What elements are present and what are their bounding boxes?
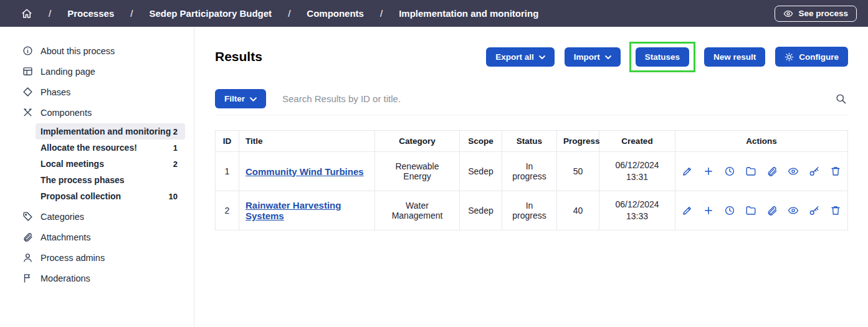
- filter-button[interactable]: Filter: [215, 89, 266, 108]
- sidebar-item-allocate-the-resources[interactable]: Allocate the resources! 1: [36, 140, 185, 156]
- sidebar-item-label: Process admins: [41, 253, 105, 263]
- tools-icon: [22, 107, 33, 118]
- sidebar-item-moderations[interactable]: Moderations: [22, 268, 185, 288]
- permissions-icon[interactable]: [805, 205, 824, 216]
- created-date: 06/12/2024: [606, 199, 669, 211]
- permissions-icon[interactable]: [805, 166, 824, 177]
- result-scope-cell: Sedep: [460, 191, 502, 230]
- history-icon[interactable]: [720, 205, 739, 216]
- sidebar-item-label: Attachments: [41, 232, 91, 242]
- sidebar-item-proposal-collection[interactable]: Proposal collection 10: [36, 188, 185, 204]
- sidebar-item-categories[interactable]: Categories: [22, 206, 185, 227]
- results-toolbar: Export all Import Statuses New result: [486, 47, 848, 67]
- table-row: 2 Rainwater Harvesting Systems Water Man…: [216, 191, 848, 230]
- results-table-body: 1 Community Wind Turbines Renewable Ener…: [216, 152, 848, 230]
- topbar: / Processes / Sedep Participatory Budget…: [0, 0, 868, 27]
- sidebar-item-process-admins[interactable]: Process admins: [22, 247, 185, 268]
- statuses-label: Statuses: [645, 52, 680, 62]
- person-icon: [22, 252, 33, 263]
- export-all-label: Export all: [495, 52, 534, 62]
- paperclip-icon: [22, 232, 33, 242]
- diamond-icon: [22, 87, 33, 97]
- result-title-link[interactable]: Community Wind Turbines: [246, 166, 364, 177]
- sidebar-item-components[interactable]: Components: [22, 102, 185, 123]
- result-title-link[interactable]: Rainwater Harvesting Systems: [246, 200, 341, 221]
- result-title-cell: Community Wind Turbines: [239, 152, 375, 191]
- folder-icon[interactable]: [742, 166, 760, 177]
- sidebar-item-local-meetings[interactable]: Local meetings 2: [36, 156, 185, 172]
- delete-icon[interactable]: [826, 166, 845, 177]
- header-category: Category: [375, 131, 460, 152]
- breadcrumb-process-name[interactable]: Sedep Participatory Budget: [149, 8, 272, 19]
- history-icon[interactable]: [720, 166, 739, 177]
- header-title: Title: [239, 131, 375, 152]
- new-result-button[interactable]: New result: [704, 47, 765, 67]
- chevron-down-icon: [539, 55, 545, 59]
- flag-icon: [22, 273, 33, 283]
- attachment-icon[interactable]: [763, 205, 781, 216]
- header-progress: Progress: [557, 131, 599, 152]
- layout-icon: [22, 66, 33, 77]
- breadcrumb: / Processes / Sedep Participatory Budget…: [21, 8, 538, 19]
- header-scope: Scope: [460, 131, 502, 152]
- result-created-cell: 06/12/2024 13:33: [599, 191, 675, 230]
- edit-icon[interactable]: [678, 205, 697, 216]
- table-header-row: ID Title Category Scope Status Progress …: [216, 131, 848, 152]
- preview-icon[interactable]: [784, 166, 803, 177]
- folder-icon[interactable]: [742, 205, 760, 216]
- gear-icon: [785, 52, 794, 62]
- sidebar-item-about[interactable]: About this process: [22, 40, 185, 61]
- table-row: 1 Community Wind Turbines Renewable Ener…: [216, 152, 848, 191]
- info-icon: [22, 45, 33, 56]
- sub-item-label: The process phases: [41, 175, 125, 185]
- sub-item-label: Allocate the resources!: [41, 143, 137, 153]
- components-sub-list: Implementation and monitoring 2 Allocate…: [22, 123, 185, 204]
- main-content: Results Export all Import Statuses New r…: [194, 27, 868, 327]
- chevron-down-icon: [250, 97, 257, 102]
- configure-label: Configure: [799, 52, 839, 62]
- created-time: 13:33: [606, 211, 669, 222]
- breadcrumb-separator: /: [130, 8, 133, 19]
- see-process-button[interactable]: See process: [775, 6, 857, 22]
- breadcrumb-separator: /: [288, 8, 290, 19]
- search-input[interactable]: [282, 93, 818, 104]
- breadcrumb-separator: /: [380, 8, 383, 19]
- add-icon[interactable]: [699, 205, 718, 216]
- sidebar-item-label: About this process: [41, 46, 115, 56]
- edit-icon[interactable]: [678, 166, 697, 177]
- chevron-down-icon: [605, 55, 611, 59]
- count-badge: 10: [169, 192, 178, 201]
- sidebar-item-implementation-and-monitoring[interactable]: Implementation and monitoring 2: [36, 123, 185, 140]
- header-created: Created: [599, 131, 675, 152]
- eye-icon: [783, 9, 793, 19]
- sidebar-item-phases[interactable]: Phases: [22, 82, 185, 102]
- result-id-cell: 2: [216, 191, 239, 230]
- result-category-cell: Renewable Energy: [375, 152, 460, 191]
- count-badge: 2: [173, 127, 178, 136]
- created-date: 06/12/2024: [606, 159, 669, 171]
- export-all-button[interactable]: Export all: [486, 47, 555, 67]
- delete-icon[interactable]: [826, 205, 845, 216]
- breadcrumb-current-component[interactable]: Implementation and monitoring: [399, 8, 538, 19]
- import-button[interactable]: Import: [565, 47, 621, 67]
- see-process-label: See process: [798, 9, 848, 18]
- preview-icon[interactable]: [784, 205, 803, 216]
- result-status-cell: In progress: [502, 191, 557, 230]
- breadcrumb-processes[interactable]: Processes: [67, 8, 114, 19]
- results-table: ID Title Category Scope Status Progress …: [215, 130, 848, 230]
- home-link[interactable]: [21, 8, 32, 19]
- attachment-icon[interactable]: [763, 166, 781, 177]
- statuses-button[interactable]: Statuses: [636, 47, 689, 67]
- result-title-cell: Rainwater Harvesting Systems: [239, 191, 375, 230]
- header-id: ID: [216, 131, 239, 152]
- breadcrumb-components[interactable]: Components: [307, 8, 364, 19]
- search-icon[interactable]: [834, 92, 848, 106]
- configure-button[interactable]: Configure: [775, 47, 848, 67]
- page-title: Results: [215, 49, 262, 64]
- result-progress-cell: 50: [557, 152, 599, 191]
- sidebar-item-the-process-phases[interactable]: The process phases: [36, 172, 185, 188]
- sidebar-item-landing-page[interactable]: Landing page: [22, 61, 185, 82]
- result-category-cell: Water Management: [375, 191, 460, 230]
- sidebar-item-attachments[interactable]: Attachments: [22, 227, 185, 247]
- add-icon[interactable]: [699, 166, 718, 177]
